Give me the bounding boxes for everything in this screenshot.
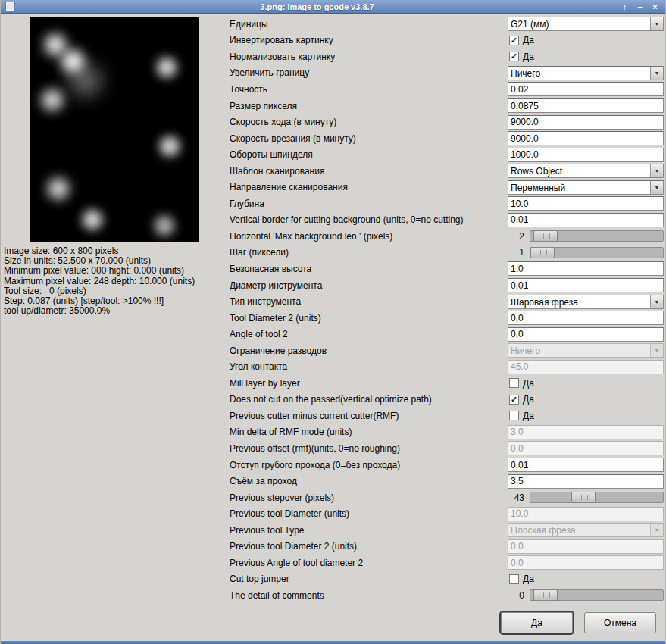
window-title: 3.png: Image to gcode v3.8.7	[14, 0, 620, 14]
preview-dot	[160, 136, 180, 156]
dropdown[interactable]: Переменный▼	[508, 180, 664, 195]
slider-track[interactable]	[530, 247, 664, 258]
text-input[interactable]	[508, 82, 664, 96]
dropdown[interactable]: Rows Object▼	[508, 164, 664, 178]
row-control	[508, 146, 664, 163]
row-label: Отступ грубого прохода (0=без прохода)	[230, 460, 508, 470]
row-control	[508, 326, 664, 342]
form-row: Направление сканированияПеременный▼	[230, 179, 664, 195]
row-label: Previous Angle of tool diameter 2	[230, 558, 508, 568]
form-row: Previous tool Diameter 2 (units)	[230, 539, 664, 555]
row-label: Увеличить границу	[230, 67, 508, 78]
row-label: Previous tool Type	[230, 525, 508, 536]
dropdown[interactable]: G21 (мм)▼	[508, 17, 664, 31]
row-label: Размер пикселя	[230, 101, 508, 111]
text-input[interactable]	[508, 261, 664, 276]
row-label: Шаблон сканирования	[230, 166, 508, 177]
info-line: Minimum pixel value: 000 hight: 0.000 (u…	[4, 266, 228, 276]
form-row: Previous cutter minus current cutter(RMF…	[230, 408, 664, 424]
text-input[interactable]	[508, 278, 664, 292]
info-line: Maximum pixel value: 248 depth: 10.000 (…	[4, 277, 228, 286]
row-label: Previous offset (rmf)(units, 0=no roughi…	[230, 443, 508, 454]
row-control	[508, 261, 664, 277]
checkbox-label: Да	[523, 52, 534, 62]
slider-track[interactable]	[530, 589, 664, 601]
row-label: Обороты шпинделя	[230, 149, 508, 160]
text-input[interactable]	[508, 327, 664, 342]
dropdown[interactable]: Шаровая фреза▼	[508, 295, 664, 309]
minimize-button[interactable]: –	[635, 2, 645, 12]
row-control: ✓Да	[508, 33, 664, 49]
dropdown-value: Ничего	[508, 67, 650, 80]
form-row: Размер пикселя	[230, 98, 664, 114]
image-preview	[30, 17, 199, 242]
checkbox[interactable]	[509, 574, 519, 584]
row-control	[508, 473, 664, 489]
form-row: Cut top jumperДа	[230, 571, 664, 588]
checkbox[interactable]: ✓	[509, 52, 519, 61]
row-control: Rows Object▼	[508, 163, 664, 180]
slider-handle[interactable]	[530, 247, 555, 258]
form-row: Tool Diameter 2 (units)	[230, 310, 664, 327]
slider-handle[interactable]	[533, 589, 558, 601]
row-control	[508, 555, 664, 571]
checkbox-label: Да	[523, 378, 534, 389]
row-label: Previous cutter minus current cutter(RMF…	[230, 411, 508, 421]
dropdown-value: Шаровая фреза	[508, 295, 650, 308]
text-input[interactable]	[508, 148, 664, 162]
text-input	[508, 441, 664, 455]
row-control: Переменный▼	[508, 179, 664, 195]
text-input[interactable]	[508, 311, 664, 325]
row-label: Безопасная высота	[230, 264, 508, 274]
text-input[interactable]	[508, 458, 664, 472]
form-row: Скорость хода (в минуту)	[230, 114, 664, 130]
form-rows: ЕдиницыG21 (мм)▼Инвертировать картинку✓Д…	[230, 16, 664, 604]
text-input[interactable]	[508, 196, 664, 211]
text-input[interactable]	[508, 213, 664, 227]
form-row: The detail of comments0	[230, 587, 664, 604]
row-control: ✓Да	[508, 392, 664, 408]
text-input[interactable]	[508, 474, 664, 489]
row-label: Единицы	[230, 19, 508, 30]
text-input[interactable]	[508, 98, 664, 113]
row-label: The detail of comments	[230, 590, 508, 601]
form-row: Увеличить границуНичего▼	[230, 65, 664, 82]
row-control: 0	[508, 587, 664, 604]
row-control	[508, 130, 664, 147]
preview-dot	[155, 216, 174, 236]
dropdown[interactable]: Ничего▼	[508, 66, 664, 80]
preview-dot	[70, 64, 102, 96]
window-menu-icon[interactable]	[6, 2, 14, 11]
row-control: Ничего▼	[508, 342, 664, 359]
text-input[interactable]	[508, 115, 664, 130]
row-control	[508, 358, 664, 375]
chevron-down-icon: ▼	[650, 295, 663, 308]
form-row: Безопасная высота	[230, 261, 664, 277]
slider-track[interactable]	[530, 492, 664, 503]
cancel-button[interactable]: Отмена	[584, 612, 656, 633]
preview-dot	[48, 178, 69, 199]
text-input[interactable]	[508, 131, 664, 145]
slider-handle[interactable]	[571, 492, 596, 503]
checkbox[interactable]	[509, 411, 519, 420]
dropdown-value: Ничего	[508, 344, 650, 357]
slider-track[interactable]	[530, 230, 664, 242]
form-row: Previous stepover (pixels)43	[230, 489, 664, 506]
checkbox[interactable]: ✓	[509, 395, 519, 405]
checkbox[interactable]	[509, 378, 519, 388]
row-control	[508, 539, 664, 555]
shade-button[interactable]: ↑	[620, 2, 630, 12]
window-bottom-border	[1, 641, 665, 644]
checkbox[interactable]: ✓	[509, 36, 519, 45]
form-row: Шаблон сканированияRows Object▼	[230, 163, 664, 180]
row-label: Tool Diameter 2 (units)	[230, 313, 508, 324]
row-control: Ничего▼	[508, 65, 664, 82]
row-control: 43	[508, 489, 664, 506]
text-input	[508, 507, 664, 521]
slider-handle[interactable]	[533, 230, 558, 242]
close-button[interactable]: ×	[650, 2, 660, 12]
row-label: Previous tool Diameter (units)	[230, 508, 508, 519]
ok-button[interactable]: Да	[501, 612, 573, 633]
titlebar: 3.png: Image to gcode v3.8.7 ↑ – ×	[1, 0, 665, 14]
form-row: Точность	[230, 81, 664, 98]
